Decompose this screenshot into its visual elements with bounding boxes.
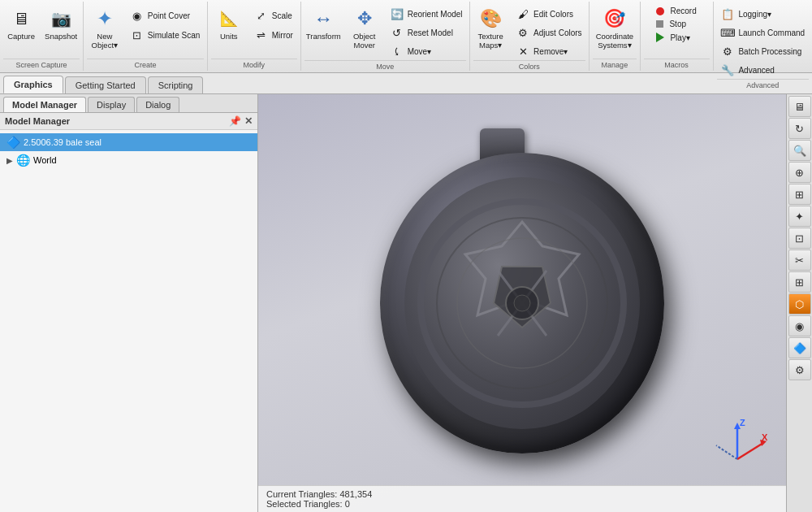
group-macros: Record Stop Play▾ Macros [641,2,714,71]
batch-processing-button[interactable]: ⚙ Batch Processing [715,42,810,60]
coordinate-systems-button[interactable]: 🎯 CoordinateSystems▾ [593,3,637,52]
scale-icon: ⤢ [254,8,269,23]
triangles-status: Current Triangles: 481,354 [266,489,778,499]
bale-seal-icon: 🔷 [6,136,20,149]
toolbar: 🖥 Capture 📷 Snapshot Screen Capture ✦ Ne… [0,0,812,73]
new-object-icon: ✦ [92,6,118,32]
group-modify: 📐 Units ⤢ Scale ⇌ Mirror Modify [208,2,301,71]
tab-getting-started[interactable]: Getting Started [65,76,146,93]
remove-button[interactable]: ✕ Remove▾ [511,42,586,60]
world-label: World [33,155,57,165]
object-mover-icon: ✥ [352,6,378,32]
rt-btn-11[interactable]: ◉ [788,315,811,336]
svg-line-9 [737,443,763,459]
svg-point-5 [514,295,530,311]
world-expand-icon[interactable]: ▶ [6,156,13,165]
group-manage: 🎯 CoordinateSystems▾ Manage [590,2,640,71]
bale-seal-label: 2.5006.39 bale seal [24,137,102,147]
viewport[interactable]: Z X Current Triangles: 481,354 Selected … [258,94,786,512]
batch-processing-icon: ⚙ [720,44,735,59]
record-dot-icon [656,7,664,15]
advanced-icon: 🔧 [720,63,735,77]
rt-btn-9[interactable]: ⊞ [788,271,811,293]
remove-icon: ✕ [516,44,530,59]
play-tri-icon [656,33,664,42]
panel-header-icons: 📌 ✕ [229,115,253,127]
new-object-button[interactable]: ✦ NewObject▾ [86,3,123,52]
transform-icon: ↔ [310,6,336,32]
rt-btn-7[interactable]: ⊡ [788,228,811,249]
rt-btn-1[interactable]: 🖥 [788,96,811,117]
tab-graphics[interactable]: Graphics [3,76,63,93]
simulate-scan-icon: ⊡ [130,28,145,42]
selected-label: Selected Triangles: [266,499,343,509]
point-cover-button[interactable]: ◉ Point Cover [125,7,205,24]
panel-close-icon[interactable]: ✕ [244,115,253,127]
edit-colors-button[interactable]: 🖌 Edit Colors [511,5,586,23]
stop-rect-icon [656,20,663,28]
right-tools-panel: 🖥 ↻ 🔍 ⊕ ⊞ ✦ ⊡ ✂ ⊞ ⬡ ◉ 🔷 ⚙ [786,94,812,512]
move-button[interactable]: ⤹ Move▾ [385,42,468,60]
svg-text:Z: Z [740,418,745,427]
triangles-value: 481,354 [340,489,373,499]
simulate-scan-button[interactable]: ⊡ Simulate Scan [125,26,205,44]
capture-icon: 🖥 [8,6,34,32]
play-button[interactable]: Play▾ [651,31,701,44]
group-create: ✦ NewObject▾ ◉ Point Cover ⊡ Simulate Sc… [84,2,208,71]
tree-item-world[interactable]: ▶ 🌐 World [0,151,257,169]
group-move: ↔ Transform ✥ ObjectMover 🔄 Reorient Mod… [301,2,470,71]
rt-btn-13[interactable]: ⚙ [788,359,811,380]
group-label-move: Move [304,60,466,71]
viewport-tab-bar: Graphics Getting Started Scripting [0,73,812,94]
record-button[interactable]: Record [651,5,701,17]
units-button[interactable]: 📐 Units [210,3,248,43]
edit-colors-icon: 🖌 [516,7,530,21]
mirror-button[interactable]: ⇌ Mirror [249,26,298,44]
texture-maps-button[interactable]: 🎨 TextureMaps▾ [472,3,509,52]
rt-btn-3[interactable]: 🔍 [788,140,811,161]
snapshot-icon: 📷 [48,6,74,32]
rt-btn-orange[interactable]: ⬡ [788,293,811,315]
reset-model-button[interactable]: ↺ Reset Model [385,24,468,41]
axis-widget: Z X [705,414,770,471]
panel-tab-model-manager[interactable]: Model Manager [3,97,86,112]
scale-button[interactable]: ⤢ Scale [249,7,298,24]
rt-btn-8[interactable]: ✂ [788,249,811,271]
tab-scripting[interactable]: Scripting [148,76,204,93]
panel-tab-bar: Model Manager Display Dialog [0,94,257,113]
stop-button[interactable]: Stop [651,18,701,30]
advanced-button[interactable]: 🔧 Advanced [715,61,810,79]
rt-btn-2[interactable]: ↻ [788,118,811,139]
panel-tab-dialog[interactable]: Dialog [136,97,179,112]
panel-tab-display[interactable]: Display [88,97,135,112]
group-label-advanced: Advanced [717,79,809,89]
record-label: Record [670,7,696,15]
adjust-colors-button[interactable]: ⚙ Adjust Colors [511,24,586,41]
launch-command-icon: ⌨ [720,25,735,40]
snapshot-button[interactable]: 📷 Snapshot [41,3,80,43]
rt-btn-6[interactable]: ✦ [788,206,811,227]
world-icon: 🌐 [16,154,30,167]
reorient-model-button[interactable]: 🔄 Reorient Model [385,5,468,23]
launch-command-button[interactable]: ⌨ Launch Command [715,24,810,41]
axis-svg: Z X [705,414,770,471]
capture-button[interactable]: 🖥 Capture [2,3,40,43]
object-mover-button[interactable]: ✥ ObjectMover [346,3,383,52]
rt-btn-12[interactable]: 🔷 [788,337,811,358]
coin-face [380,153,664,453]
panel-title: Model Manager [5,116,70,126]
selected-value: 0 [345,499,350,509]
coin-3d-model [360,128,685,478]
transform-button[interactable]: ↔ Transform [303,3,344,43]
tree-item-bale-seal[interactable]: 🔷 2.5006.39 bale seal [0,133,257,151]
adjust-colors-icon: ⚙ [516,25,530,40]
group-advanced: 📋 Logging▾ ⌨ Launch Command ⚙ Batch Proc… [714,2,812,71]
status-bar: Current Triangles: 481,354 Selected Tria… [258,485,786,512]
rt-btn-4[interactable]: ⊕ [788,162,811,183]
coordinate-systems-icon: 🎯 [602,6,628,32]
svg-text:X: X [762,432,768,442]
left-panel: Model Manager Display Dialog Model Manag… [0,94,258,512]
logging-button[interactable]: 📋 Logging▾ [715,5,810,23]
panel-pin-icon[interactable]: 📌 [229,115,241,127]
rt-btn-5[interactable]: ⊞ [788,184,811,205]
